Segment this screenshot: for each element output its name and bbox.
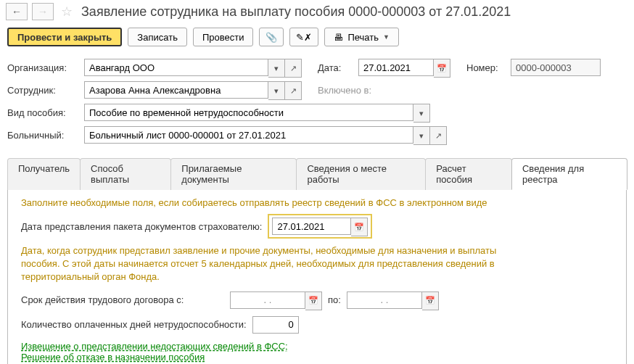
sick-leave-open-button[interactable]: ↗ [430,126,447,145]
sick-leave-label: Больничный: [7,130,80,141]
back-button[interactable]: ← [6,3,28,20]
post-and-close-button[interactable]: Провести и закрыть [7,28,122,46]
contract-period-to-input[interactable] [347,291,422,309]
period-from-calendar-button[interactable]: 📅 [305,291,322,310]
number-input [511,59,601,76]
tab-payment-method[interactable]: Способ выплаты [80,158,171,190]
favorite-star-icon[interactable]: ☆ [61,4,73,20]
submit-date-label: Дата представления пакета документов стр… [21,221,262,232]
registry-hint: Заполните необходимые поля, если собирае… [21,197,613,208]
period-to-label: по: [328,294,341,305]
date-label: Дата: [318,62,354,73]
org-open-button[interactable]: ↗ [285,59,302,78]
org-input[interactable] [84,59,268,76]
chevron-down-icon: ▼ [383,33,390,41]
notice-link[interactable]: Извещение о представлении недостающих св… [21,341,288,352]
period-to-calendar-button[interactable]: 📅 [422,291,439,310]
save-button[interactable]: Записать [128,28,187,46]
employee-dropdown-button[interactable]: ▾ [268,81,285,100]
submit-date-calendar-button[interactable]: 📅 [351,218,368,236]
forward-button[interactable]: → [32,3,54,20]
page-title: Заявление сотрудника на выплату пособия … [81,4,511,20]
sick-leave-dropdown-button[interactable]: ▾ [413,126,430,145]
employee-label: Сотрудник: [7,85,80,96]
refusal-link[interactable]: Решение об отказе в назначении пособия [21,352,205,363]
printer-icon: 🖶 [334,32,343,43]
org-label: Организация: [7,62,80,73]
submit-date-highlight: 📅 [268,214,372,239]
included-in-label: Включено в: [318,85,371,96]
employee-open-button[interactable]: ↗ [285,81,302,100]
tab-attached-docs[interactable]: Прилагаемые документы [170,158,297,190]
date-input[interactable] [358,59,434,76]
date-calendar-button[interactable]: 📅 [434,59,450,78]
paid-days-label: Количество оплаченных дней нетрудоспособ… [21,319,247,330]
sick-leave-input[interactable] [84,126,413,144]
submit-date-description: Дата, когда сотрудник представил заявлен… [21,244,529,284]
attach-button[interactable]: 📎 [259,28,284,46]
benefit-type-dropdown-button[interactable]: ▾ [413,104,430,123]
tab-benefit-calc[interactable]: Расчет пособия [425,158,512,190]
contract-period-from-input[interactable] [230,291,305,309]
employee-input[interactable] [84,81,268,99]
tab-registry-info[interactable]: Сведения для реестра [511,158,627,190]
contract-period-label: Срок действия трудового договора с: [21,294,224,305]
clear-button[interactable]: ✎✗ [289,28,318,46]
org-dropdown-button[interactable]: ▾ [268,59,285,78]
eraser-icon: ✎✗ [296,32,312,43]
number-label: Номер: [466,62,506,73]
paperclip-icon: 📎 [265,32,277,43]
submit-date-input[interactable] [272,218,351,235]
tab-workplace-info[interactable]: Сведения о месте работы [296,158,426,190]
paid-days-input[interactable] [252,316,299,334]
tab-recipient[interactable]: Получатель [7,158,81,190]
benefit-type-input[interactable] [84,104,413,121]
post-button[interactable]: Провести [193,28,254,46]
print-button[interactable]: 🖶Печать▼ [324,28,399,46]
benefit-type-label: Вид пособия: [7,107,80,118]
